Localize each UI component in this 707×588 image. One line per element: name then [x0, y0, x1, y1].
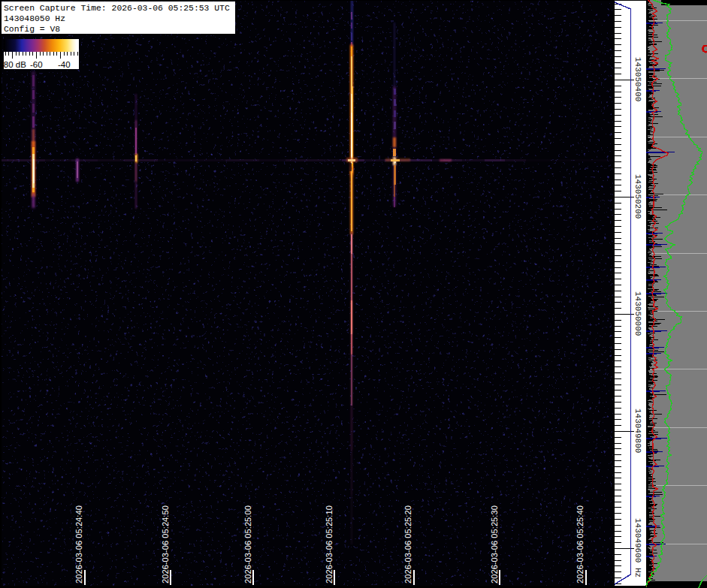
svg-text:143050000: 143050000 [633, 291, 642, 336]
svg-text:2026-03-06 05:25:40: 2026-03-06 05:25:40 [576, 505, 585, 583]
svg-text:2026-03-06 05:24:50: 2026-03-06 05:24:50 [161, 505, 170, 583]
svg-text:-80 dB: -80 dB [1, 60, 26, 69]
svg-text:143050200: 143050200 [633, 174, 642, 219]
svg-text:143048050 Hz: 143048050 Hz [4, 14, 65, 23]
svg-text:2026-03-06 05:25:10: 2026-03-06 05:25:10 [325, 505, 334, 583]
svg-text:2026-03-06 05:25:00: 2026-03-06 05:25:00 [243, 505, 252, 583]
svg-text:143049600 Hz: 143049600 Hz [633, 518, 642, 577]
svg-text:2026-03-06 05:24:40: 2026-03-06 05:24:40 [74, 505, 83, 583]
svg-text:2026-03-06 05:25:30: 2026-03-06 05:25:30 [490, 505, 499, 583]
svg-text:143049800: 143049800 [633, 409, 642, 453]
svg-text:Config = V8: Config = V8 [4, 25, 60, 34]
svg-text:143050400: 143050400 [633, 57, 642, 101]
svg-text:-60: -60 [30, 60, 43, 69]
svg-text:2026-03-06 05:25:20: 2026-03-06 05:25:20 [403, 505, 412, 583]
svg-text:Screen Capture Time: 2026-03-0: Screen Capture Time: 2026-03-06 05:25:53… [4, 4, 230, 13]
svg-text:-40: -40 [58, 60, 71, 69]
